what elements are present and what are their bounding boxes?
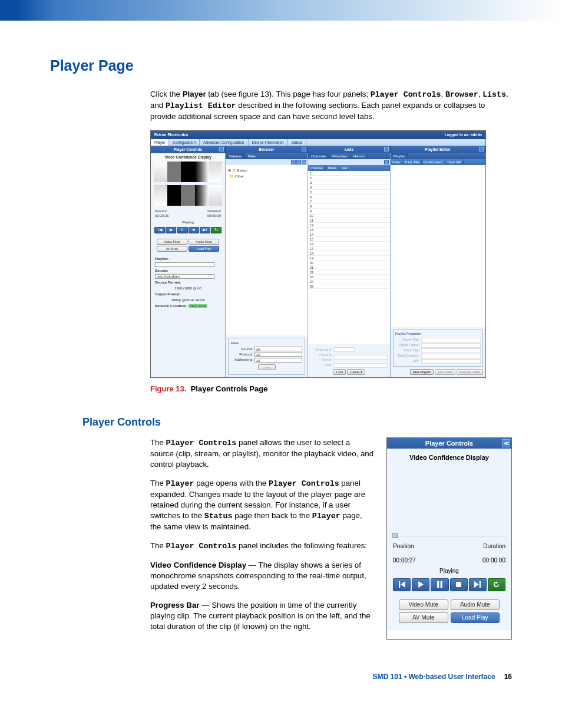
addressing-select[interactable]: All — [254, 358, 302, 363]
playlist-input[interactable] — [155, 262, 214, 267]
table-row[interactable]: 19 — [308, 256, 390, 261]
channel-uri-input[interactable] — [334, 363, 388, 368]
load-button[interactable]: Load — [258, 364, 276, 370]
next-button[interactable]: ▶I — [200, 227, 210, 233]
audio-mute-button[interactable]: Audio Mute — [451, 599, 500, 610]
table-row[interactable]: 13 — [308, 228, 390, 232]
panel-header: Player Controls≪ — [387, 438, 511, 449]
table-row[interactable]: 7 — [308, 199, 390, 204]
table-row[interactable]: 4 — [308, 185, 390, 190]
source-select[interactable]: All — [254, 347, 302, 351]
tab-player[interactable]: Player — [151, 139, 169, 146]
collapse-icon[interactable] — [219, 147, 224, 151]
video-mute-button[interactable]: Video Mute — [157, 239, 187, 245]
table-row[interactable]: 2 — [308, 176, 390, 180]
vcd-label: Video Confidence Display — [151, 153, 225, 162]
pause-button[interactable] — [431, 578, 448, 591]
stream-tree[interactable]: ⊞ 📁 Extron 📁 Other — [226, 165, 308, 336]
table-row[interactable]: 9 — [308, 209, 390, 213]
table-row[interactable]: 15 — [308, 237, 390, 242]
load-button[interactable]: Load — [333, 369, 346, 375]
loop-button[interactable]: ↻ — [211, 227, 222, 233]
tab-history[interactable]: History — [351, 153, 368, 159]
tab-device-info[interactable]: Device Information — [249, 139, 288, 146]
prev-button[interactable]: I◀ — [154, 227, 165, 233]
delete-button[interactable]: Delete ▾ — [347, 369, 365, 375]
stop-button[interactable] — [450, 578, 468, 591]
collapse-icon[interactable]: ≪ — [502, 439, 510, 447]
source-input[interactable]: test://colorbars — [155, 274, 214, 279]
table-row[interactable]: 8 — [308, 204, 390, 209]
tab-adv-configuration[interactable]: Advanced Configuration — [200, 139, 248, 146]
table-row[interactable]: 25 — [308, 284, 390, 289]
av-mute-button[interactable]: AV Mute — [157, 246, 187, 252]
play-button[interactable] — [412, 578, 429, 591]
table-row[interactable]: 11 — [308, 218, 390, 223]
source-label: Source: — [151, 268, 225, 274]
table-row[interactable]: 16 — [308, 242, 390, 246]
collapse-icon[interactable] — [479, 147, 484, 151]
track-title-input[interactable] — [421, 348, 481, 353]
tab-playlist[interactable]: Playlist — [391, 153, 408, 159]
table-row[interactable]: 1 — [308, 171, 390, 176]
play-button[interactable]: ▶ — [166, 227, 176, 233]
table-row[interactable]: 10 — [308, 213, 390, 218]
playlist-grid[interactable] — [391, 165, 485, 328]
app-title: Extron Electronics — [154, 131, 188, 139]
table-row[interactable]: 17 — [308, 246, 390, 251]
protocol-select[interactable]: All — [254, 352, 302, 357]
table-row[interactable]: 23 — [308, 275, 390, 279]
player-title-input[interactable] — [421, 338, 481, 342]
output-format-label: Output Format: — [151, 291, 225, 297]
player-option-input[interactable] — [421, 343, 481, 348]
tool-icon[interactable] — [291, 160, 296, 164]
table-row[interactable]: 6 — [308, 195, 390, 199]
track-uri-input[interactable] — [421, 359, 481, 364]
lists-subtabs: Channels Favorites History — [308, 153, 390, 159]
table-row[interactable]: 12 — [308, 223, 390, 228]
remove-track-button[interactable]: Remove Track — [457, 369, 483, 375]
tool-icon[interactable] — [384, 160, 389, 164]
table-row[interactable]: 22 — [308, 270, 390, 275]
video-mute-button[interactable]: Video Mute — [399, 599, 448, 610]
progress-handle[interactable] — [392, 533, 398, 538]
load-play-button[interactable]: Load Play — [451, 612, 500, 623]
channel-num-input[interactable] — [334, 347, 355, 352]
vcd-label: Video Confidence Display — [392, 453, 507, 462]
channel-grid[interactable]: 1234567891011121314151617181920212223242… — [308, 171, 390, 345]
av-mute-button[interactable]: AV Mute — [399, 612, 448, 623]
tab-favorites[interactable]: Favorites — [329, 153, 351, 159]
track-duration-input[interactable] — [421, 354, 481, 358]
table-row[interactable]: 20 — [308, 261, 390, 265]
tool-icon[interactable] — [296, 160, 301, 164]
tab-configuration[interactable]: Configuration — [169, 139, 200, 146]
load-play-button[interactable]: Load Play — [189, 246, 219, 252]
stop-button[interactable]: ■ — [189, 227, 199, 233]
new-playlist-button[interactable]: New Playlist — [410, 369, 434, 375]
channel-name-input[interactable] — [334, 355, 388, 360]
position-label: Position — [155, 209, 167, 213]
play-state: Playing — [392, 567, 507, 575]
audio-mute-button[interactable]: Audio Mute — [189, 239, 219, 245]
add-track-button[interactable]: Add Track — [435, 369, 455, 375]
tab-channels[interactable]: Channels — [308, 153, 329, 159]
loop-button[interactable] — [488, 578, 505, 591]
collapse-icon[interactable] — [384, 147, 389, 151]
table-row[interactable]: 21 — [308, 265, 390, 270]
duration-label: Duration — [483, 542, 505, 551]
next-button[interactable] — [469, 578, 487, 591]
browser-subtabs: Streams Files — [226, 153, 308, 159]
tool-icon[interactable] — [302, 160, 306, 164]
table-row[interactable]: 3 — [308, 180, 390, 185]
tab-files[interactable]: Files — [245, 153, 259, 159]
table-row[interactable]: 18 — [308, 251, 390, 256]
page-title: Player Page — [50, 56, 512, 76]
table-row[interactable]: 5 — [308, 190, 390, 195]
pause-button[interactable]: II — [177, 227, 187, 233]
table-row[interactable]: 24 — [308, 279, 390, 284]
prev-button[interactable] — [393, 578, 411, 591]
tab-streams[interactable]: Streams — [226, 153, 245, 159]
table-row[interactable]: 14 — [308, 232, 390, 237]
collapse-icon[interactable] — [302, 147, 306, 151]
tab-status[interactable]: Status — [288, 139, 306, 146]
